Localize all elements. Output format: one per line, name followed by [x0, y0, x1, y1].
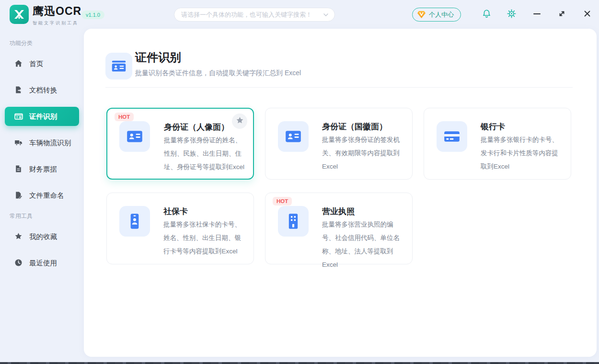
truck-icon: [14, 138, 23, 147]
chevron-down-icon: [323, 12, 329, 18]
card-id-card-back[interactable]: 身份证（国徽面） 批量将多张身份证的签发机关、有效期限等内容提取到Excel: [265, 108, 413, 180]
topbar: 鹰迅OCR 智能文字识别工具 v1.1.0 请选择一个具体的功能，也可输入关键字…: [0, 0, 599, 29]
sidebar-item-certificate-recognition[interactable]: 证件识别: [5, 107, 79, 126]
file-rename-icon: [14, 191, 23, 200]
card-social-security-card[interactable]: 社保卡 批量将多张社保卡的卡号、姓名、性别、出生日期、银行卡号等内容提取到Exc…: [106, 193, 254, 264]
card-business-license[interactable]: HOT 营业执照 批量将多张营业执照的编号、社会信用代码、单位名称、地址、法人等…: [265, 193, 413, 264]
sidebar-item-favorites[interactable]: 我的收藏: [5, 227, 79, 246]
sidebar-item-label: 最近使用: [29, 259, 57, 268]
sidebar-item-label: 首页: [29, 59, 43, 68]
version-badge: v1.1.0: [81, 11, 104, 19]
hot-badge: HOT: [273, 197, 292, 205]
app-window: 鹰迅OCR 智能文字识别工具 v1.1.0 请选择一个具体的功能，也可输入关键字…: [0, 0, 599, 364]
sidebar-item-recent[interactable]: 最近使用: [5, 253, 79, 273]
id-card-back-icon: [278, 121, 309, 152]
page-title: 证件识别: [135, 50, 181, 65]
social-security-card-icon: [119, 206, 150, 237]
card-desc: 批量将多张社保卡的卡号、姓名、性别、出生日期、银行卡号等内容提取到Excel: [163, 218, 246, 258]
sidebar-item-label: 我的收藏: [29, 232, 57, 241]
sidebar-item-label: 财务票据: [29, 165, 57, 174]
user-center-label: 个人中心: [429, 11, 454, 19]
sidebar-item-label: 车辆物流识别: [29, 138, 71, 148]
card-title: 身份证（人像面）: [164, 122, 229, 133]
gear-icon: [507, 9, 516, 20]
card-title: 营业执照: [322, 206, 355, 217]
star-icon: [236, 116, 244, 126]
card-title: 社保卡: [163, 206, 188, 217]
resize-button[interactable]: [551, 0, 573, 29]
search-placeholder: 请选择一个具体的功能，也可输入关键字搜索！: [181, 11, 320, 19]
notifications-button[interactable]: [476, 0, 497, 29]
function-search-select[interactable]: 请选择一个具体的功能，也可输入关键字搜索！: [174, 8, 335, 22]
close-icon: [584, 10, 591, 19]
home-icon: [14, 59, 23, 68]
page-subtitle: 批量识别各类证件信息，自动提取关键字段汇总到 Excel: [135, 69, 301, 78]
app-subtitle: 智能文字识别工具: [33, 20, 81, 26]
sidebar-item-home[interactable]: 首页: [5, 54, 79, 73]
sidebar-section-label: 功能分类: [10, 39, 84, 47]
sidebar: 功能分类 首页 文档转换 证件识别 车辆物流识别: [0, 29, 84, 364]
business-license-icon: [278, 206, 309, 237]
bell-icon: [482, 9, 491, 20]
sidebar-item-label: 证件识别: [29, 112, 57, 121]
brand: 鹰迅OCR 智能文字识别工具: [33, 4, 81, 26]
main-panel: 证件识别 批量识别各类证件信息，自动提取关键字段汇总到 Excel HOT 身份…: [84, 29, 597, 357]
card-desc: 批量将多张营业执照的编号、社会信用代码、单位名称、地址、法人等提取到Excel: [322, 218, 404, 272]
clock-icon: [14, 259, 23, 267]
sidebar-item-file-rename[interactable]: 文件重命名: [5, 186, 79, 205]
card-desc: 批量将多张银行卡的卡号、发卡行和卡片性质等内容提取到Excel: [481, 133, 563, 173]
divider: [105, 87, 573, 88]
card-desc: 批量将多张身份证的签发机关、有效期限等内容提取到Excel: [322, 133, 404, 173]
sidebar-item-label: 文件重命名: [29, 191, 64, 200]
bank-card-icon: [437, 121, 467, 152]
feature-card-grid: HOT 身份证（人像面） 批量将多张身份证的姓名、性别、民族、出生日期、住址、身…: [106, 108, 571, 264]
vip-gem-icon: [417, 11, 426, 18]
settings-button[interactable]: [501, 0, 522, 29]
app-title: 鹰迅OCR: [33, 4, 81, 19]
card-title: 身份证（国徽面）: [322, 121, 387, 132]
card-bank-card[interactable]: 银行卡 批量将多张银行卡的卡号、发卡行和卡片性质等内容提取到Excel: [424, 108, 571, 180]
sidebar-item-financial-receipts[interactable]: 财务票据: [5, 159, 79, 179]
sidebar-item-label: 文档转换: [29, 86, 57, 95]
app-logo-icon: [10, 5, 29, 24]
id-card-front-icon: [119, 121, 150, 152]
resize-icon: [558, 10, 565, 19]
sidebar-section-label: 常用工具: [10, 212, 84, 220]
doc-convert-icon: [14, 86, 23, 94]
card-id-card-front[interactable]: HOT 身份证（人像面） 批量将多张身份证的姓名、性别、民族、出生日期、住址、身…: [106, 108, 254, 180]
card-title: 银行卡: [481, 121, 505, 132]
minimize-button[interactable]: [526, 0, 548, 29]
background-taskbar-strip: [0, 362, 599, 364]
sidebar-item-doc-convert[interactable]: 文档转换: [5, 80, 79, 100]
close-button[interactable]: [576, 0, 598, 29]
favorite-star-button[interactable]: [232, 114, 247, 129]
star-icon: [14, 232, 23, 241]
card-desc: 批量将多张身份证的姓名、性别、民族、出生日期、住址、身份证号等提取到Excel: [164, 134, 246, 174]
receipt-icon: [14, 165, 23, 173]
minimize-icon: [533, 10, 541, 19]
id-card-icon: [14, 112, 23, 121]
hot-badge: HOT: [115, 113, 134, 121]
id-card-icon: [105, 53, 132, 80]
sidebar-item-vehicle-logistics[interactable]: 车辆物流识别: [5, 133, 79, 152]
user-center-button[interactable]: 个人中心: [412, 8, 461, 22]
